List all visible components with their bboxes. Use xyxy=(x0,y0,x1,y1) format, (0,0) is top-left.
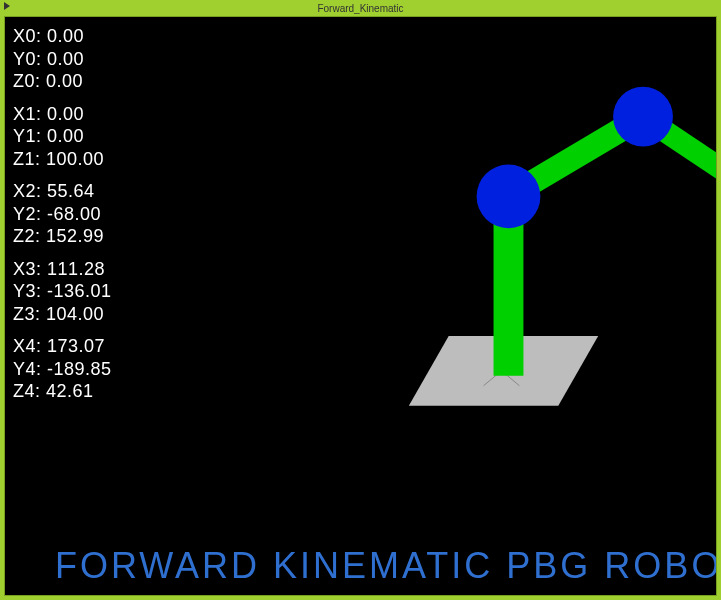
coord-value: 55.64 xyxy=(47,181,95,201)
coord-value: 173.07 xyxy=(47,336,105,356)
titlebar[interactable]: Forward_Kinematic xyxy=(0,0,721,16)
coord-label: X xyxy=(13,259,26,279)
coord-label: Y xyxy=(13,49,26,69)
coord-label: X xyxy=(13,336,26,356)
joint-2-coords: X2: 55.64 Y2: -68.00 Z2: 152.99 xyxy=(13,180,112,248)
coord-label: Z xyxy=(13,381,25,401)
joint-1-coords: X1: 0.00 Y1: 0.00 Z1: 100.00 xyxy=(13,103,112,171)
axis-marker xyxy=(484,371,502,386)
coord-label: Y xyxy=(13,126,26,146)
app-window: Forward_Kinematic xyxy=(0,0,721,600)
title-banner: FORWARD KINEMATIC PBG ROBOT xyxy=(55,545,717,587)
coord-label: X xyxy=(13,181,26,201)
coord-value: 100.00 xyxy=(46,149,104,169)
robot-joint-1 xyxy=(477,164,541,228)
coord-value: 152.99 xyxy=(46,226,104,246)
robot-link-1 xyxy=(508,117,643,197)
coord-value: 104.00 xyxy=(46,304,104,324)
coord-value: 0.00 xyxy=(47,49,84,69)
coord-label: Y xyxy=(13,204,26,224)
axis-marker xyxy=(502,371,520,386)
coord-value: -189.85 xyxy=(47,359,112,379)
coordinate-readout: X0: 0.00 Y0: 0.00 Z0: 0.00 X1: 0.00 Y1: … xyxy=(13,25,112,413)
coord-value: 0.00 xyxy=(47,26,84,46)
robot-joint-2 xyxy=(613,87,673,147)
coord-label: X xyxy=(13,26,26,46)
coord-value: 0.00 xyxy=(47,126,84,146)
coord-label: Z xyxy=(13,149,25,169)
coord-value: -68.00 xyxy=(47,204,101,224)
joint-3-coords: X3: 111.28 Y3: -136.01 Z3: 104.00 xyxy=(13,258,112,326)
base-plate xyxy=(409,336,598,406)
coord-label: Z xyxy=(13,304,25,324)
coord-value: -136.01 xyxy=(47,281,112,301)
robot-scene xyxy=(5,17,716,595)
play-icon xyxy=(4,2,10,10)
coord-label: Z xyxy=(13,226,25,246)
window-title: Forward_Kinematic xyxy=(317,3,403,14)
robot-link-2 xyxy=(643,117,716,197)
coord-value: 111.28 xyxy=(47,259,105,279)
coord-label: X xyxy=(13,104,26,124)
viewport-3d[interactable]: X0: 0.00 Y0: 0.00 Z0: 0.00 X1: 0.00 Y1: … xyxy=(4,16,717,596)
coord-label: Z xyxy=(13,71,25,91)
coord-value: 42.61 xyxy=(46,381,94,401)
joint-0-coords: X0: 0.00 Y0: 0.00 Z0: 0.00 xyxy=(13,25,112,93)
coord-label: Y xyxy=(13,281,26,301)
coord-value: 0.00 xyxy=(46,71,83,91)
coord-value: 0.00 xyxy=(47,104,84,124)
joint-4-coords: X4: 173.07 Y4: -189.85 Z4: 42.61 xyxy=(13,335,112,403)
robot-link-0 xyxy=(494,201,524,375)
coord-label: Y xyxy=(13,359,26,379)
